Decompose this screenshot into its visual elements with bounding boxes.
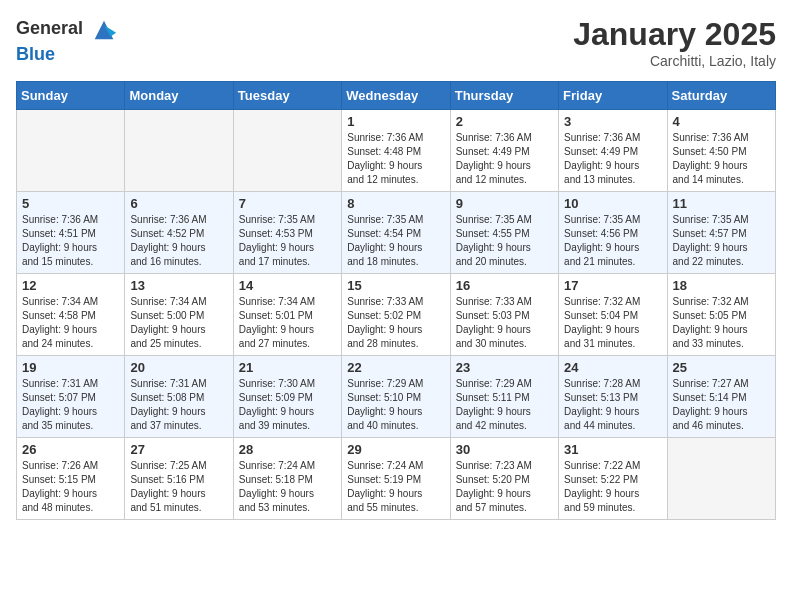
day-info: Sunrise: 7:31 AMSunset: 5:07 PMDaylight:… [22,377,119,433]
page-header: General Blue January 2025 Carchitti, Laz… [16,16,776,69]
col-monday: Monday [125,82,233,110]
day-number: 18 [673,278,770,293]
day-info: Sunrise: 7:27 AMSunset: 5:14 PMDaylight:… [673,377,770,433]
day-number: 29 [347,442,444,457]
table-row: 7Sunrise: 7:35 AMSunset: 4:53 PMDaylight… [233,192,341,274]
table-row: 30Sunrise: 7:23 AMSunset: 5:20 PMDayligh… [450,438,558,520]
day-info: Sunrise: 7:35 AMSunset: 4:55 PMDaylight:… [456,213,553,269]
col-tuesday: Tuesday [233,82,341,110]
day-number: 19 [22,360,119,375]
day-info: Sunrise: 7:23 AMSunset: 5:20 PMDaylight:… [456,459,553,515]
col-sunday: Sunday [17,82,125,110]
table-row: 9Sunrise: 7:35 AMSunset: 4:55 PMDaylight… [450,192,558,274]
day-number: 22 [347,360,444,375]
day-number: 24 [564,360,661,375]
day-info: Sunrise: 7:30 AMSunset: 5:09 PMDaylight:… [239,377,336,433]
day-number: 12 [22,278,119,293]
day-info: Sunrise: 7:34 AMSunset: 4:58 PMDaylight:… [22,295,119,351]
day-info: Sunrise: 7:35 AMSunset: 4:57 PMDaylight:… [673,213,770,269]
day-number: 1 [347,114,444,129]
table-row: 13Sunrise: 7:34 AMSunset: 5:00 PMDayligh… [125,274,233,356]
week-row-5: 26Sunrise: 7:26 AMSunset: 5:15 PMDayligh… [17,438,776,520]
table-row: 1Sunrise: 7:36 AMSunset: 4:48 PMDaylight… [342,110,450,192]
table-row: 6Sunrise: 7:36 AMSunset: 4:52 PMDaylight… [125,192,233,274]
day-number: 27 [130,442,227,457]
day-number: 14 [239,278,336,293]
table-row: 19Sunrise: 7:31 AMSunset: 5:07 PMDayligh… [17,356,125,438]
week-row-1: 1Sunrise: 7:36 AMSunset: 4:48 PMDaylight… [17,110,776,192]
logo-text-general: General [16,18,83,38]
table-row: 10Sunrise: 7:35 AMSunset: 4:56 PMDayligh… [559,192,667,274]
day-number: 11 [673,196,770,211]
day-info: Sunrise: 7:36 AMSunset: 4:50 PMDaylight:… [673,131,770,187]
day-number: 16 [456,278,553,293]
table-row: 26Sunrise: 7:26 AMSunset: 5:15 PMDayligh… [17,438,125,520]
logo-icon [90,16,118,44]
day-info: Sunrise: 7:35 AMSunset: 4:54 PMDaylight:… [347,213,444,269]
day-info: Sunrise: 7:33 AMSunset: 5:02 PMDaylight:… [347,295,444,351]
col-friday: Friday [559,82,667,110]
table-row [17,110,125,192]
header-row: Sunday Monday Tuesday Wednesday Thursday… [17,82,776,110]
table-row: 29Sunrise: 7:24 AMSunset: 5:19 PMDayligh… [342,438,450,520]
subtitle: Carchitti, Lazio, Italy [573,53,776,69]
day-number: 2 [456,114,553,129]
table-row: 31Sunrise: 7:22 AMSunset: 5:22 PMDayligh… [559,438,667,520]
day-number: 10 [564,196,661,211]
day-info: Sunrise: 7:36 AMSunset: 4:49 PMDaylight:… [456,131,553,187]
table-row: 22Sunrise: 7:29 AMSunset: 5:10 PMDayligh… [342,356,450,438]
day-info: Sunrise: 7:35 AMSunset: 4:53 PMDaylight:… [239,213,336,269]
day-number: 31 [564,442,661,457]
week-row-3: 12Sunrise: 7:34 AMSunset: 4:58 PMDayligh… [17,274,776,356]
day-info: Sunrise: 7:29 AMSunset: 5:11 PMDaylight:… [456,377,553,433]
day-info: Sunrise: 7:25 AMSunset: 5:16 PMDaylight:… [130,459,227,515]
day-number: 7 [239,196,336,211]
table-row: 3Sunrise: 7:36 AMSunset: 4:49 PMDaylight… [559,110,667,192]
table-row: 20Sunrise: 7:31 AMSunset: 5:08 PMDayligh… [125,356,233,438]
table-row: 8Sunrise: 7:35 AMSunset: 4:54 PMDaylight… [342,192,450,274]
table-row: 24Sunrise: 7:28 AMSunset: 5:13 PMDayligh… [559,356,667,438]
table-row: 14Sunrise: 7:34 AMSunset: 5:01 PMDayligh… [233,274,341,356]
table-row: 4Sunrise: 7:36 AMSunset: 4:50 PMDaylight… [667,110,775,192]
day-number: 8 [347,196,444,211]
day-number: 30 [456,442,553,457]
table-row: 27Sunrise: 7:25 AMSunset: 5:16 PMDayligh… [125,438,233,520]
table-row: 17Sunrise: 7:32 AMSunset: 5:04 PMDayligh… [559,274,667,356]
table-row: 11Sunrise: 7:35 AMSunset: 4:57 PMDayligh… [667,192,775,274]
col-thursday: Thursday [450,82,558,110]
table-row: 28Sunrise: 7:24 AMSunset: 5:18 PMDayligh… [233,438,341,520]
title-block: January 2025 Carchitti, Lazio, Italy [573,16,776,69]
day-number: 5 [22,196,119,211]
table-row [233,110,341,192]
day-number: 25 [673,360,770,375]
day-number: 20 [130,360,227,375]
day-number: 15 [347,278,444,293]
day-number: 17 [564,278,661,293]
calendar: Sunday Monday Tuesday Wednesday Thursday… [16,81,776,520]
table-row: 5Sunrise: 7:36 AMSunset: 4:51 PMDaylight… [17,192,125,274]
month-title: January 2025 [573,16,776,53]
day-info: Sunrise: 7:26 AMSunset: 5:15 PMDaylight:… [22,459,119,515]
day-info: Sunrise: 7:34 AMSunset: 5:01 PMDaylight:… [239,295,336,351]
table-row: 2Sunrise: 7:36 AMSunset: 4:49 PMDaylight… [450,110,558,192]
table-row [125,110,233,192]
day-number: 23 [456,360,553,375]
table-row: 18Sunrise: 7:32 AMSunset: 5:05 PMDayligh… [667,274,775,356]
day-info: Sunrise: 7:29 AMSunset: 5:10 PMDaylight:… [347,377,444,433]
week-row-2: 5Sunrise: 7:36 AMSunset: 4:51 PMDaylight… [17,192,776,274]
day-number: 13 [130,278,227,293]
day-info: Sunrise: 7:36 AMSunset: 4:52 PMDaylight:… [130,213,227,269]
day-info: Sunrise: 7:32 AMSunset: 5:04 PMDaylight:… [564,295,661,351]
day-info: Sunrise: 7:33 AMSunset: 5:03 PMDaylight:… [456,295,553,351]
day-info: Sunrise: 7:32 AMSunset: 5:05 PMDaylight:… [673,295,770,351]
day-info: Sunrise: 7:36 AMSunset: 4:49 PMDaylight:… [564,131,661,187]
day-info: Sunrise: 7:31 AMSunset: 5:08 PMDaylight:… [130,377,227,433]
day-info: Sunrise: 7:22 AMSunset: 5:22 PMDaylight:… [564,459,661,515]
day-info: Sunrise: 7:36 AMSunset: 4:48 PMDaylight:… [347,131,444,187]
day-info: Sunrise: 7:34 AMSunset: 5:00 PMDaylight:… [130,295,227,351]
day-info: Sunrise: 7:28 AMSunset: 5:13 PMDaylight:… [564,377,661,433]
day-number: 26 [22,442,119,457]
table-row: 21Sunrise: 7:30 AMSunset: 5:09 PMDayligh… [233,356,341,438]
day-number: 4 [673,114,770,129]
day-number: 28 [239,442,336,457]
